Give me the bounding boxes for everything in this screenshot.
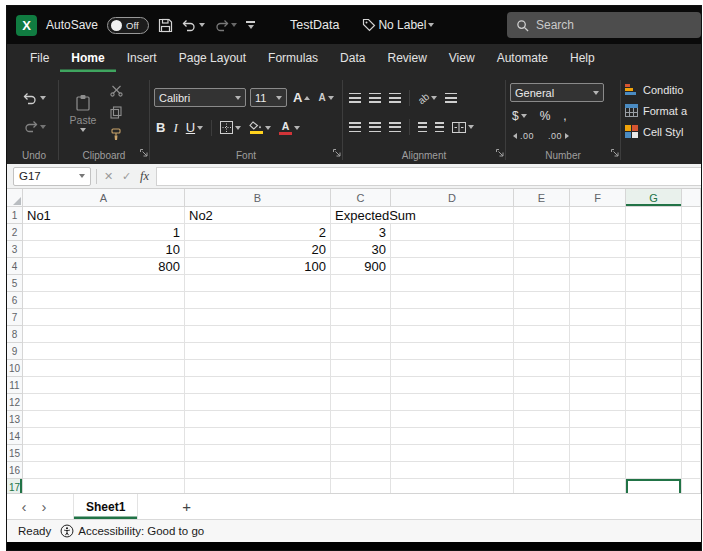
cell-A7[interactable] [23,309,185,326]
redo-button[interactable] [214,19,237,32]
save-button[interactable] [158,18,173,33]
align-middle-button[interactable] [367,92,383,104]
cell-B4[interactable]: 100 [185,258,331,275]
cell-D15[interactable] [391,445,514,462]
cell-F17[interactable] [570,479,626,493]
quick-access-customize-icon[interactable] [246,21,255,29]
column-header-F[interactable]: F [570,189,626,207]
cell-D5[interactable] [391,275,514,292]
row-header-8[interactable]: 8 [7,326,23,343]
percent-format-button[interactable]: % [538,108,553,124]
cell-B7[interactable] [185,309,331,326]
cell-F8[interactable] [570,326,626,343]
font-color-button[interactable]: A [277,120,302,136]
cell-F16[interactable] [570,462,626,479]
align-top-button[interactable] [347,92,363,104]
row-header-7[interactable]: 7 [7,309,23,326]
align-bottom-button[interactable] [387,92,403,104]
cell-C17[interactable] [331,479,391,493]
cell-E3[interactable] [514,241,570,258]
formula-input[interactable] [156,167,701,186]
column-header-A[interactable]: A [23,189,185,207]
tab-insert[interactable]: Insert [116,44,168,72]
row-header-3[interactable]: 3 [7,241,23,258]
increase-decimal-button[interactable]: .00 [510,130,536,142]
cell-C2[interactable]: 3 [331,224,391,241]
cell-C16[interactable] [331,462,391,479]
decrease-font-button[interactable]: A [316,91,335,104]
cell-G14[interactable] [626,428,682,445]
enter-icon[interactable]: ✓ [120,170,133,183]
cell-F6[interactable] [570,292,626,309]
row-header-5[interactable]: 5 [7,275,23,292]
cell-F9[interactable] [570,343,626,360]
borders-button[interactable] [218,120,243,135]
cell-E4[interactable] [514,258,570,275]
excel-logo-icon[interactable]: X [16,15,37,36]
row-header-14[interactable]: 14 [7,428,23,445]
cell-D8[interactable] [391,326,514,343]
cell-D4[interactable] [391,258,514,275]
cell-C11[interactable] [331,377,391,394]
alignment-dialog-launcher-icon[interactable] [496,143,504,161]
cell-E17[interactable] [514,479,570,493]
cell-A10[interactable] [23,360,185,377]
cell-D11[interactable] [391,377,514,394]
search-input[interactable] [536,18,681,32]
cell-B5[interactable] [185,275,331,292]
cell-B8[interactable] [185,326,331,343]
next-sheet-icon[interactable]: › [35,494,53,519]
row-header-1[interactable]: 1 [7,207,23,224]
cell-A4[interactable]: 800 [23,258,185,275]
cell-F11[interactable] [570,377,626,394]
cell-C8[interactable] [331,326,391,343]
name-box[interactable]: G17 [13,167,91,186]
cell-D7[interactable] [391,309,514,326]
cell-A12[interactable] [23,394,185,411]
decrease-indent-button[interactable] [416,121,429,133]
column-header-G[interactable]: G [626,189,682,207]
cell-D16[interactable] [391,462,514,479]
cell-D6[interactable] [391,292,514,309]
clipboard-dialog-launcher-icon[interactable] [140,143,148,161]
select-all-button[interactable] [7,189,23,207]
row-header-17[interactable]: 17 [7,479,23,493]
add-sheet-button[interactable]: + [182,494,191,519]
cell-G2[interactable] [626,224,682,241]
tab-formulas[interactable]: Formulas [257,44,329,72]
comma-format-button[interactable]: , [561,108,568,124]
cell-B13[interactable] [185,411,331,428]
wrap-text-button[interactable] [443,92,459,104]
cell-C3[interactable]: 30 [331,241,391,258]
cell-A5[interactable] [23,275,185,292]
cell-B2[interactable]: 2 [185,224,331,241]
cell-D17[interactable] [391,479,514,493]
cell-E15[interactable] [514,445,570,462]
number-dialog-launcher-icon[interactable] [611,143,619,161]
cell-F15[interactable] [570,445,626,462]
cell-D12[interactable] [391,394,514,411]
row-header-13[interactable]: 13 [7,411,23,428]
font-dialog-launcher-icon[interactable] [333,143,341,161]
column-header-C[interactable]: C [331,189,391,207]
cell-B15[interactable] [185,445,331,462]
cell-D3[interactable] [391,241,514,258]
accessibility-status[interactable]: Accessibility: Good to go [60,524,204,538]
row-header-11[interactable]: 11 [7,377,23,394]
cell-G3[interactable] [626,241,682,258]
cell-F10[interactable] [570,360,626,377]
cell-E5[interactable] [514,275,570,292]
cell-G5[interactable] [626,275,682,292]
tab-home[interactable]: Home [60,44,115,72]
cancel-icon[interactable]: ✕ [102,170,115,183]
redo-ribbon-button[interactable] [21,119,48,134]
cell-B9[interactable] [185,343,331,360]
align-left-button[interactable] [347,121,363,133]
number-format-select[interactable]: General [510,83,604,102]
format-painter-button[interactable] [108,127,125,142]
cell-G7[interactable] [626,309,682,326]
row-header-10[interactable]: 10 [7,360,23,377]
cell-G1[interactable] [626,207,682,224]
cell-G9[interactable] [626,343,682,360]
tab-automate[interactable]: Automate [486,44,559,72]
